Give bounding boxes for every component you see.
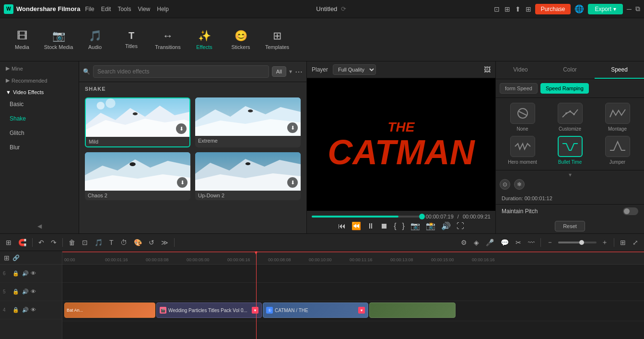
extreme-download-icon[interactable]: ⬇ xyxy=(287,122,298,133)
settings-icon[interactable]: ⚙ xyxy=(459,238,469,247)
track-eye-icon-5[interactable]: 👁 xyxy=(31,289,36,295)
fullscreen-icon[interactable]: ⛶ xyxy=(457,222,464,230)
mild-download-icon[interactable]: ⬇ xyxy=(176,123,187,134)
basic-item[interactable]: Basic xyxy=(0,97,79,111)
export-button[interactable]: Export ▾ xyxy=(588,4,623,14)
skip-back-icon[interactable]: ⏮ xyxy=(338,222,346,230)
clip-wedding[interactable]: 🎬 Wedding Particles Titles Pack Vol 0...… xyxy=(156,303,262,318)
track-eye-icon-4[interactable]: 👁 xyxy=(31,307,36,313)
toolbar-templates[interactable]: ⊞ Templates xyxy=(260,22,294,58)
effect-card-updown2[interactable]: ⬇ Up-Down 2 xyxy=(195,152,301,200)
track-audio-icon-6[interactable]: 🔊 xyxy=(22,270,29,277)
zoom-out-icon[interactable]: － xyxy=(545,237,555,248)
glitch-item[interactable]: Glitch xyxy=(0,126,79,140)
progress-track[interactable] xyxy=(312,216,422,218)
toolbar-media[interactable]: 🎞 Media xyxy=(5,22,39,58)
expand-icon[interactable]: ⤢ xyxy=(631,238,640,247)
mark-icon[interactable]: ◈ xyxy=(472,238,481,247)
quality-select[interactable]: Full Quality xyxy=(333,64,376,75)
globe-icon[interactable]: 🌐 xyxy=(574,4,584,13)
frame-back-icon[interactable]: ⏪ xyxy=(351,221,361,230)
menu-file[interactable]: File xyxy=(85,6,94,12)
delete-icon[interactable]: 🗑 xyxy=(67,238,77,247)
restore-icon[interactable]: ⧉ xyxy=(635,5,640,13)
toolbar-titles[interactable]: T Titles xyxy=(114,22,149,58)
track-audio-icon-5[interactable]: 🔊 xyxy=(22,289,29,295)
speed-tool-icon[interactable]: ⏱ xyxy=(118,238,129,247)
effect-card-chaos2[interactable]: ⬇ Chaos 2 xyxy=(85,152,190,200)
tab-speed[interactable]: Speed xyxy=(595,61,644,79)
zoom-slider[interactable] xyxy=(558,242,597,243)
collapse-panel-btn[interactable]: ◀ xyxy=(0,219,79,233)
more-options-icon[interactable]: ⋯ xyxy=(295,67,303,76)
image-icon[interactable]: 🖼 xyxy=(484,66,491,73)
screenshot-icon[interactable]: 📷 xyxy=(410,221,420,230)
layout-icon[interactable]: ⊞ xyxy=(504,5,510,13)
wave-icon[interactable]: 〰 xyxy=(526,238,537,247)
chaos2-download-icon[interactable]: ⬇ xyxy=(177,177,187,188)
rotate-icon[interactable]: ↺ xyxy=(147,238,156,247)
audio-tool-icon[interactable]: 🎵 xyxy=(93,238,105,247)
effect-card-extreme[interactable]: ⬇ Extreme xyxy=(195,97,301,147)
more-tools-icon[interactable]: ≫ xyxy=(159,238,170,247)
zoom-in-icon[interactable]: ＋ xyxy=(599,237,610,248)
stop-icon[interactable]: ⏹ xyxy=(380,222,388,230)
updown2-download-icon[interactable]: ⬇ xyxy=(287,177,298,188)
speed-option-customize[interactable]: Customize xyxy=(548,103,592,132)
share-icon[interactable]: ⬆ xyxy=(515,5,521,13)
redo-icon[interactable]: ↷ xyxy=(49,238,59,247)
blur-item[interactable]: Blur xyxy=(0,140,79,155)
tab-color[interactable]: Color xyxy=(545,61,595,79)
grid-view-icon[interactable]: ⊞ xyxy=(618,238,628,247)
apps-icon[interactable]: ⊞ xyxy=(526,5,531,13)
speed-option-bullet-time[interactable]: Bullet Time xyxy=(548,136,592,165)
magnet-icon[interactable]: 🧲 xyxy=(16,238,28,247)
speed-option-montage[interactable]: Montage xyxy=(596,103,639,132)
toolbar-audio[interactable]: 🎵 Audio xyxy=(78,22,112,58)
track-audio-icon-4[interactable]: 🔊 xyxy=(22,307,29,313)
track-lock-icon-4[interactable]: 🔒 xyxy=(12,307,19,313)
tab-video[interactable]: Video xyxy=(496,61,545,79)
track-lock-icon-6[interactable]: 🔒 xyxy=(12,270,19,277)
snowflake-icon[interactable]: ❄ xyxy=(514,179,525,190)
track-lock-icon-5[interactable]: 🔒 xyxy=(12,289,19,295)
undo-icon[interactable]: ↶ xyxy=(36,238,46,247)
speed-ramping-tab[interactable]: Speed Ramping xyxy=(540,83,589,94)
toolbar-transitions[interactable]: ↔ Transitions xyxy=(151,22,185,58)
clip-extra[interactable] xyxy=(369,303,456,318)
toolbar-effects[interactable]: ✨ Effects xyxy=(187,22,222,58)
menu-tools[interactable]: Tools xyxy=(117,6,131,12)
crop-icon[interactable]: ⊡ xyxy=(80,238,90,247)
clip-bat[interactable]: Bat An... xyxy=(64,303,155,318)
fullscreen-icon[interactable]: ⊡ xyxy=(494,5,500,13)
color-tool-icon[interactable]: 🎨 xyxy=(132,238,144,247)
play-icon[interactable]: ⏸ xyxy=(367,222,375,230)
search-input[interactable] xyxy=(93,65,269,78)
text-tool-icon[interactable]: T xyxy=(107,238,116,247)
menu-view[interactable]: View xyxy=(138,6,150,12)
shake-item[interactable]: Shake xyxy=(0,111,79,126)
form-speed-tab[interactable]: form Speed xyxy=(500,83,538,94)
menu-help[interactable]: Help xyxy=(157,6,169,12)
mark-out-icon[interactable]: } xyxy=(402,222,405,230)
reset-button[interactable]: Reset xyxy=(555,221,585,231)
effect-card-mild[interactable]: ⬇ Mild xyxy=(85,97,190,147)
toolbar-stock[interactable]: 📷 Stock Media xyxy=(41,22,76,58)
add-clip-icon[interactable]: ⊞ xyxy=(4,254,10,262)
speed-option-none[interactable]: None xyxy=(501,103,544,132)
voiceover-icon[interactable]: 💬 xyxy=(499,238,511,247)
purchase-button[interactable]: Purchase xyxy=(535,4,571,14)
clip-catman[interactable]: ① CATMAN / THE ♥ xyxy=(263,303,368,318)
speed-option-jumper[interactable]: Jumper xyxy=(596,136,639,165)
expand-options-btn[interactable]: ▾ xyxy=(496,170,644,179)
freeze-icon[interactable]: ⊙ xyxy=(500,179,510,190)
recommended-section[interactable]: ▶ Recommended xyxy=(0,73,79,85)
volume-icon[interactable]: 🔊 xyxy=(441,221,451,230)
mic-icon[interactable]: 🎤 xyxy=(484,238,496,247)
track-eye-icon-6[interactable]: 👁 xyxy=(31,270,36,277)
maintain-pitch-toggle[interactable] xyxy=(623,207,638,215)
video-effects-section[interactable]: ▼ Video Effects xyxy=(0,85,79,97)
menu-edit[interactable]: Edit xyxy=(101,6,111,12)
minimize-icon[interactable]: ─ xyxy=(627,5,632,13)
cut-icon[interactable]: ✂ xyxy=(514,238,523,247)
